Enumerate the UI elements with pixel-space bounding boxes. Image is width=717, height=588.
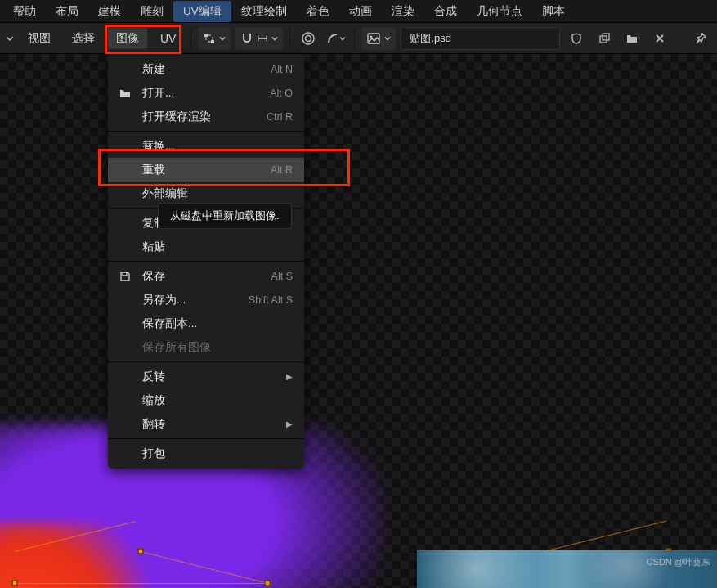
svg-point-2 — [302, 33, 314, 44]
menu-animation[interactable]: 动画 — [339, 1, 382, 22]
menu-shortcut: Alt O — [270, 88, 293, 99]
tooltip: 从磁盘中重新加载图像. — [158, 203, 292, 229]
close-icon-button[interactable] — [648, 27, 671, 50]
menu-compositing[interactable]: 合成 — [424, 1, 467, 22]
shield-icon-button[interactable] — [565, 27, 588, 50]
separator — [289, 29, 290, 48]
watermark-text: CSDN @叶葵东 — [647, 556, 710, 568]
menu-item-save[interactable]: 保存 Alt S — [108, 264, 304, 288]
menu-label: 缩放 — [142, 393, 165, 408]
save-icon — [118, 269, 132, 284]
pivot-dropdown[interactable] — [198, 27, 231, 50]
image-browse-dropdown[interactable] — [361, 27, 396, 50]
menu-label: 保存副本... — [142, 316, 197, 331]
submenu-arrow-icon: ▶ — [286, 420, 293, 429]
folder-icon — [118, 86, 132, 101]
menu-label: 粘贴 — [142, 240, 165, 254]
menu-label: 另存为... — [142, 293, 186, 307]
menu-shortcut: Ctrl R — [267, 111, 293, 123]
menu-label: 替换... — [142, 139, 174, 154]
menu-item-reload[interactable]: 重载 Alt R — [108, 158, 304, 182]
menu-shading[interactable]: 着色 — [297, 1, 339, 22]
menu-item-save-copy[interactable]: 保存副本... — [108, 312, 304, 335]
menu-help[interactable]: 帮助 — [3, 1, 46, 22]
menu-separator — [108, 261, 304, 262]
menu-item-open-cached[interactable]: 打开缓存渲染 Ctrl R — [108, 105, 304, 128]
svg-rect-0 — [204, 34, 208, 37]
svg-rect-1 — [211, 40, 214, 43]
menu-item-new[interactable]: 新建 Alt N — [108, 57, 304, 81]
menu-geonodes[interactable]: 几何节点 — [467, 1, 532, 22]
menu-label: 翻转 — [142, 417, 165, 432]
tool-uv[interactable]: UV — [152, 29, 184, 48]
snap-dropdown[interactable] — [235, 27, 283, 50]
menu-label: 打包 — [142, 447, 165, 461]
menu-label: 保存所有图像 — [142, 340, 211, 355]
main-menubar: 帮助 布局 建模 雕刻 UV编辑 纹理绘制 着色 动画 渲染 合成 几何节点 脚… — [0, 0, 717, 23]
image-menu-dropdown: 新建 Alt N 打开... Alt O 打开缓存渲染 Ctrl R 替换...… — [108, 54, 304, 469]
menu-label: 新建 — [142, 62, 165, 77]
menu-item-replace[interactable]: 替换... — [108, 134, 304, 158]
submenu-arrow-icon: ▶ — [286, 372, 293, 381]
menu-sculpt[interactable]: 雕刻 — [131, 1, 173, 22]
uv-vertex[interactable] — [12, 581, 18, 586]
image-name-field[interactable]: 贴图.psd — [401, 27, 560, 50]
menu-label: 外部编辑 — [142, 186, 188, 201]
menu-texture-paint[interactable]: 纹理绘制 — [231, 1, 297, 22]
uv-vertex[interactable] — [265, 581, 271, 586]
uv-vertex[interactable] — [138, 549, 144, 554]
menu-shortcut: Alt N — [271, 64, 293, 75]
menu-separator — [108, 131, 304, 132]
editor-toolbar: 视图 选择 图像 UV 贴图.psd — [0, 23, 717, 54]
uv-edge — [15, 583, 268, 584]
menu-uv-editing[interactable]: UV编辑 — [173, 1, 231, 22]
menu-item-save-as[interactable]: 另存为... Shift Alt S — [108, 288, 304, 312]
menu-separator — [108, 361, 304, 362]
uv-edge — [544, 521, 667, 552]
separator — [190, 29, 191, 48]
arc-dropdown-button[interactable] — [325, 27, 347, 50]
menu-modeling[interactable]: 建模 — [88, 1, 131, 22]
menu-label: 重载 — [142, 163, 165, 177]
svg-rect-7 — [603, 34, 609, 40]
menu-shortcut: Alt R — [271, 164, 293, 176]
menu-item-pack[interactable]: 打包 — [108, 442, 304, 465]
separator — [354, 29, 355, 48]
menu-label: 保存 — [142, 269, 165, 284]
svg-point-5 — [370, 35, 373, 38]
menu-label: 打开... — [142, 86, 174, 101]
menu-shortcut: Alt S — [271, 271, 293, 282]
menu-item-open[interactable]: 打开... Alt O — [108, 81, 304, 105]
tool-image[interactable]: 图像 — [108, 28, 147, 49]
svg-point-3 — [306, 35, 311, 41]
circle-icon-button[interactable] — [297, 27, 320, 50]
menu-label: 反转 — [142, 370, 165, 384]
svg-rect-6 — [600, 36, 607, 43]
menu-scripting[interactable]: 脚本 — [532, 1, 575, 22]
chevron-down-icon[interactable] — [5, 34, 15, 43]
copies-icon-button[interactable] — [593, 27, 616, 50]
menu-item-external-edit[interactable]: 外部编辑 — [108, 182, 304, 205]
menu-item-paste[interactable]: 粘贴 — [108, 235, 304, 258]
pin-icon-button[interactable] — [689, 27, 712, 50]
tool-select[interactable]: 选择 — [64, 28, 103, 49]
menu-separator — [108, 438, 304, 439]
menu-shortcut: Shift Alt S — [249, 294, 293, 306]
menu-item-invert[interactable]: 反转 ▶ — [108, 365, 304, 388]
menu-item-save-all: 保存所有图像 — [108, 335, 304, 359]
menu-item-flip[interactable]: 翻转 ▶ — [108, 412, 304, 436]
folder-icon-button[interactable] — [621, 27, 643, 50]
menu-label: 打开缓存渲染 — [142, 110, 211, 124]
menu-item-resize[interactable]: 缩放 — [108, 388, 304, 412]
menu-layout[interactable]: 布局 — [46, 1, 88, 22]
menu-rendering[interactable]: 渲染 — [382, 1, 424, 22]
tool-view[interactable]: 视图 — [20, 28, 59, 49]
